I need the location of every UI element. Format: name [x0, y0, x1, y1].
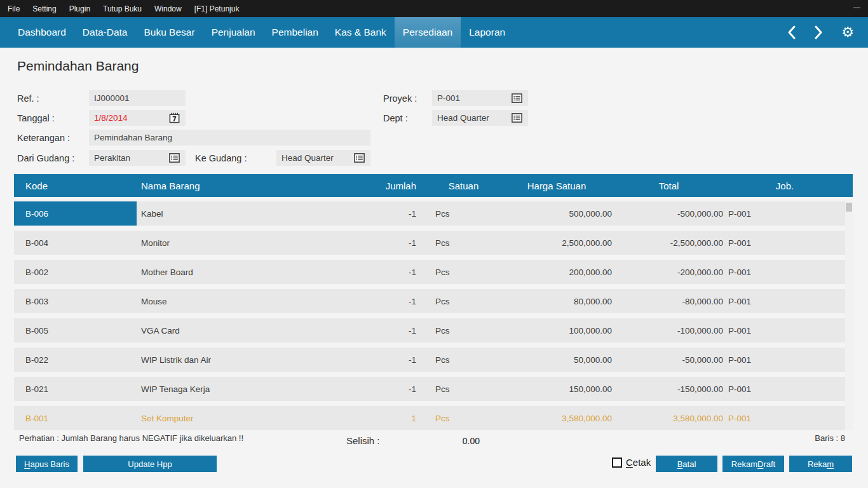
dari-gudang-input[interactable]: Perakitan — [89, 150, 186, 166]
cell-nama-barang[interactable]: Kabel — [137, 201, 332, 226]
cell-nama-barang[interactable]: WIP Tenaga Kerja — [137, 377, 332, 401]
cell-total[interactable]: -2,500,000.00 — [613, 231, 724, 255]
proyek-input[interactable]: P-001 — [432, 90, 528, 106]
cell-harga-satuan[interactable]: 2,500,000.00 — [500, 231, 613, 255]
col-header-satuan[interactable]: Satuan — [427, 174, 500, 197]
table-row[interactable]: B-004 Monitor -1 Pcs 2,500,000.00 -2,500… — [14, 231, 845, 255]
cell-jumlah[interactable]: -1 — [332, 201, 427, 226]
cell-total[interactable]: -150,000.00 — [613, 377, 724, 401]
col-header-total[interactable]: Total — [613, 174, 724, 197]
chevron-left-icon[interactable] — [787, 25, 796, 39]
cell-nama-barang[interactable]: Monitor — [137, 231, 332, 255]
nav-tab[interactable]: Buku Besar — [135, 17, 203, 48]
table-row[interactable]: B-006 Kabel -1 Pcs 500,000.00 -500,000.0… — [14, 201, 845, 226]
cell-total[interactable]: 3,580,000.00 — [613, 406, 724, 430]
menu-item[interactable]: Setting — [26, 4, 62, 13]
table-scrollbar[interactable] — [845, 201, 853, 430]
cell-jumlah[interactable]: -1 — [332, 289, 427, 313]
menu-item[interactable]: File — [1, 4, 26, 13]
nav-tab[interactable]: Persediaan — [395, 17, 461, 48]
list-icon[interactable] — [511, 92, 523, 104]
table-row[interactable]: B-002 Mother Board -1 Pcs 200,000.00 -20… — [14, 260, 845, 284]
cell-kode[interactable]: B-001 — [14, 406, 137, 430]
cetak-label[interactable]: Cetak — [626, 457, 651, 468]
cell-satuan[interactable]: Pcs — [427, 231, 500, 255]
cell-jumlah[interactable]: -1 — [332, 260, 427, 284]
ke-gudang-input[interactable]: Head Quarter — [276, 150, 370, 166]
cell-total[interactable]: -80,000.00 — [613, 289, 724, 313]
col-header-job[interactable]: Job. — [724, 174, 845, 197]
rekam-button[interactable]: Rekam — [789, 456, 852, 472]
gear-icon[interactable]: ⚙ — [841, 25, 854, 39]
cell-satuan[interactable]: Pcs — [427, 260, 500, 284]
col-header-kode[interactable]: Kode — [14, 174, 137, 197]
cell-kode[interactable]: B-002 — [14, 260, 137, 284]
cell-satuan[interactable]: Pcs — [427, 201, 500, 226]
dept-input[interactable]: Head Quarter — [432, 110, 528, 126]
minimize-icon[interactable] — [853, 7, 860, 8]
cell-job[interactable]: P-001 — [724, 201, 845, 226]
cell-harga-satuan[interactable]: 3,580,000.00 — [500, 406, 613, 430]
tanggal-input[interactable]: 1/8/2014 7 — [89, 110, 186, 126]
col-header-jumlah[interactable]: Jumlah — [332, 174, 427, 197]
cell-total[interactable]: -50,000.00 — [613, 348, 724, 372]
rekam-draft-button[interactable]: Rekam Draft — [722, 456, 784, 472]
nav-tab[interactable]: Dashboard — [10, 17, 74, 48]
cell-harga-satuan[interactable]: 50,000.00 — [500, 348, 613, 372]
cell-harga-satuan[interactable]: 80,000.00 — [500, 289, 613, 313]
cell-harga-satuan[interactable]: 150,000.00 — [500, 377, 613, 401]
ref-input[interactable]: IJ000001 — [89, 90, 186, 106]
cell-satuan[interactable]: Pcs — [427, 289, 500, 313]
cell-job[interactable]: P-001 — [724, 318, 845, 342]
cell-nama-barang[interactable]: VGA Card — [137, 318, 332, 342]
cell-total[interactable]: -200,000.00 — [613, 260, 724, 284]
list-icon[interactable] — [353, 152, 365, 164]
cell-job[interactable]: P-001 — [724, 231, 845, 255]
cell-nama-barang[interactable]: Mouse — [137, 289, 332, 313]
cell-harga-satuan[interactable]: 200,000.00 — [500, 260, 613, 284]
nav-tab[interactable]: Kas & Bank — [327, 17, 395, 48]
cell-job[interactable]: P-001 — [724, 260, 845, 284]
cell-harga-satuan[interactable]: 100,000.00 — [500, 318, 613, 342]
table-row[interactable]: B-021 WIP Tenaga Kerja -1 Pcs 150,000.00… — [14, 377, 845, 401]
cell-satuan[interactable]: Pcs — [427, 318, 500, 342]
cell-job[interactable]: P-001 — [724, 289, 845, 313]
menu-item[interactable]: Tutup Buku — [97, 4, 148, 13]
cell-kode[interactable]: B-021 — [14, 377, 137, 401]
cell-jumlah[interactable]: -1 — [332, 348, 427, 372]
calendar-icon[interactable]: 7 — [168, 112, 180, 124]
chevron-right-icon[interactable] — [814, 25, 824, 39]
cell-total[interactable]: -100,000.00 — [613, 318, 724, 342]
cell-kode[interactable]: B-003 — [14, 289, 137, 313]
cell-jumlah[interactable]: 1 — [332, 406, 427, 430]
nav-tab[interactable]: Penjualan — [203, 17, 264, 48]
nav-tab[interactable]: Data-Data — [74, 17, 136, 48]
cell-job[interactable]: P-001 — [724, 377, 845, 401]
table-row[interactable]: B-003 Mouse -1 Pcs 80,000.00 -80,000.00 … — [14, 289, 845, 313]
cell-kode[interactable]: B-005 — [14, 318, 137, 342]
cell-job[interactable]: P-001 — [724, 406, 845, 430]
cell-kode[interactable]: B-004 — [14, 231, 137, 255]
cell-harga-satuan[interactable]: 500,000.00 — [500, 201, 613, 226]
menu-item[interactable]: [F1] Petunjuk — [188, 4, 246, 13]
scrollbar-thumb[interactable] — [846, 203, 852, 212]
batal-button[interactable]: Batal — [656, 456, 717, 472]
table-row[interactable]: B-005 VGA Card -1 Pcs 100,000.00 -100,00… — [14, 318, 845, 342]
col-header-harga-satuan[interactable]: Harga Satuan — [500, 174, 613, 197]
update-hpp-button[interactable]: Update Hpp — [83, 456, 217, 472]
list-icon[interactable] — [168, 152, 180, 164]
cell-nama-barang[interactable]: Mother Board — [137, 260, 332, 284]
cell-satuan[interactable]: Pcs — [427, 406, 500, 430]
menu-item[interactable]: Window — [148, 4, 188, 13]
cell-nama-barang[interactable]: Set Komputer — [137, 406, 332, 430]
table-row[interactable]: B-022 WIP Listrik dan Air -1 Pcs 50,000.… — [14, 348, 845, 372]
cell-satuan[interactable]: Pcs — [427, 348, 500, 372]
cell-jumlah[interactable]: -1 — [332, 318, 427, 342]
table-row[interactable]: B-001 Set Komputer 1 Pcs 3,580,000.00 3,… — [14, 406, 845, 430]
cell-kode[interactable]: B-022 — [14, 348, 137, 372]
hapus-baris-button[interactable]: Hapus Baris — [16, 456, 78, 472]
cell-jumlah[interactable]: -1 — [332, 231, 427, 255]
cell-kode[interactable]: B-006 — [14, 201, 137, 226]
cetak-checkbox[interactable] — [612, 458, 622, 468]
col-header-nama-barang[interactable]: Nama Barang — [137, 174, 332, 197]
